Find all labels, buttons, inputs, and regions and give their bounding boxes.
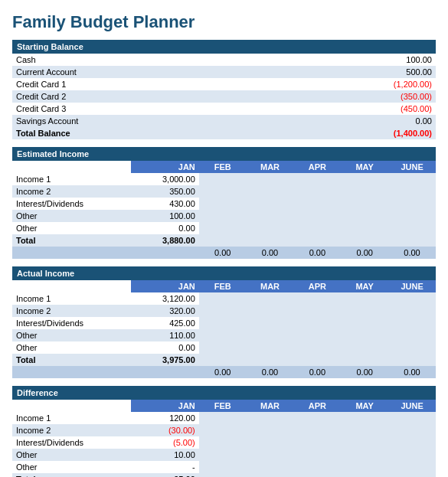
table-header-row: JANFEBMARAPRMAYJUNE <box>12 280 436 292</box>
row-month <box>293 341 341 354</box>
row-month <box>293 292 341 305</box>
row-month <box>341 341 388 354</box>
row-month <box>341 305 388 317</box>
total-month <box>388 234 436 247</box>
total-month <box>388 354 436 366</box>
row-month <box>199 317 247 329</box>
empty <box>131 247 199 259</box>
list-item: Current Account 500.00 <box>12 66 436 78</box>
row-month <box>199 412 247 424</box>
col-month: MAY <box>341 280 388 292</box>
row-month <box>293 424 341 436</box>
row-month <box>341 329 388 341</box>
row-label: Income 2 <box>12 185 131 198</box>
row-month <box>388 461 436 473</box>
row-month <box>388 341 436 354</box>
row-value: (1,200.00) <box>281 78 436 90</box>
actual-income-table: JANFEBMARAPRMAYJUNE Income 13,120.00Inco… <box>12 280 436 378</box>
row-jan: 110.00 <box>131 329 199 341</box>
table-row: Other- <box>12 461 436 473</box>
row-month <box>293 329 341 341</box>
table-row: Interest/Dividends430.00 <box>12 198 436 210</box>
row-month <box>388 449 436 461</box>
row-label: Income 1 <box>12 173 131 185</box>
totals-value-row: 0.000.000.000.000.00 <box>12 247 436 259</box>
col-month: JUNE <box>388 280 436 292</box>
row-jan: 3,120.00 <box>131 292 199 305</box>
row-month <box>293 198 341 210</box>
row-jan: 425.00 <box>131 317 199 329</box>
table-row: Income 1120.00 <box>12 412 436 424</box>
row-label: Interest/Dividends <box>12 317 131 329</box>
difference-section: Difference JANFEBMARAPRMAYJUNE Income 11… <box>12 386 436 477</box>
row-month <box>293 222 341 234</box>
total-month <box>293 354 341 366</box>
page-title: Family Budget Planner <box>12 12 436 32</box>
row-month <box>293 305 341 317</box>
starting-balance-section: Starting Balance Cash 100.00 Current Acc… <box>12 40 436 139</box>
total-row: Total Balance (1,400.00) <box>12 127 436 139</box>
row-month <box>293 173 341 185</box>
row-label: Credit Card 1 <box>12 78 281 90</box>
row-month <box>199 305 247 317</box>
starting-balance-table: Cash 100.00 Current Account 500.00 Credi… <box>12 54 436 139</box>
row-month <box>293 185 341 198</box>
row-month <box>293 210 341 222</box>
list-item: Credit Card 1 (1,200.00) <box>12 78 436 90</box>
row-jan: 0.00 <box>131 222 199 234</box>
total-month <box>341 354 388 366</box>
total-month <box>247 473 294 477</box>
col-month: APR <box>293 400 341 412</box>
row-month <box>199 185 247 198</box>
list-item: Credit Card 3 (450.00) <box>12 103 436 115</box>
row-month <box>247 449 294 461</box>
row-jan: 3,000.00 <box>131 173 199 185</box>
total-month <box>388 473 436 477</box>
row-jan: 0.00 <box>131 341 199 354</box>
row-month <box>199 222 247 234</box>
row-month <box>199 341 247 354</box>
row-month <box>388 185 436 198</box>
row-month <box>247 341 294 354</box>
actual-income-section: Actual Income JANFEBMARAPRMAYJUNE Income… <box>12 266 436 378</box>
row-month <box>199 436 247 449</box>
row-month <box>247 412 294 424</box>
row-month <box>293 317 341 329</box>
row-month <box>388 329 436 341</box>
row-month <box>247 329 294 341</box>
row-value: 0.00 <box>281 115 436 127</box>
row-value: (450.00) <box>281 103 436 115</box>
total-month-val: 0.00 <box>247 366 294 378</box>
row-month <box>199 449 247 461</box>
total-jan: 3,975.00 <box>131 354 199 366</box>
row-month <box>341 449 388 461</box>
total-month-val: 0.00 <box>199 366 247 378</box>
row-month <box>388 436 436 449</box>
empty <box>131 366 199 378</box>
row-month <box>388 173 436 185</box>
table-row: Income 2320.00 <box>12 305 436 317</box>
list-item: Cash 100.00 <box>12 54 436 66</box>
row-month <box>199 329 247 341</box>
row-label: Other <box>12 341 131 354</box>
row-jan: (5.00) <box>131 436 199 449</box>
difference-header: Difference <box>12 386 436 400</box>
row-jan: 10.00 <box>131 449 199 461</box>
col-month: JUNE <box>388 400 436 412</box>
total-label: Total <box>12 234 131 247</box>
total-month <box>341 473 388 477</box>
starting-balance-header: Starting Balance <box>12 40 436 54</box>
total-month-val: 0.00 <box>247 247 294 259</box>
row-label: Savings Account <box>12 115 281 127</box>
col-label <box>12 161 131 173</box>
row-month <box>247 461 294 473</box>
list-item: Credit Card 2 (350.00) <box>12 90 436 103</box>
total-month <box>199 234 247 247</box>
table-row: Other110.00 <box>12 329 436 341</box>
row-month <box>388 210 436 222</box>
row-month <box>341 412 388 424</box>
total-month-val: 0.00 <box>388 247 436 259</box>
table-row: Other100.00 <box>12 210 436 222</box>
list-item: Savings Account 0.00 <box>12 115 436 127</box>
total-month-val: 0.00 <box>293 366 341 378</box>
